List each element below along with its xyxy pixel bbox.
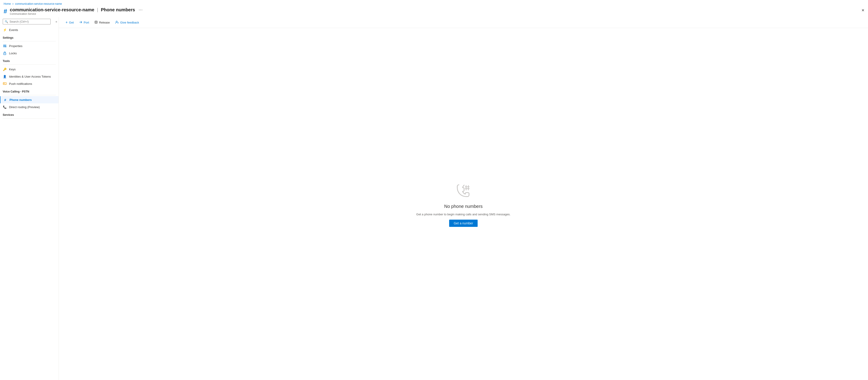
collapse-button[interactable]: « <box>54 20 59 24</box>
feedback-icon <box>115 21 119 24</box>
keys-icon: 🔑 <box>3 67 7 71</box>
empty-title: No phone numbers <box>444 204 483 209</box>
keys-label: Keys <box>9 68 16 71</box>
properties-label: Properties <box>9 44 22 48</box>
resource-icon: # <box>4 8 7 14</box>
direct-routing-label: Direct routing (Preview) <box>9 106 40 109</box>
sidebar-item-direct-routing[interactable]: 📞 Direct routing (Preview) <box>0 104 59 111</box>
sidebar-item-push[interactable]: Push notifications <box>0 80 59 87</box>
settings-divider <box>3 41 56 41</box>
more-options-icon[interactable]: ··· <box>138 7 143 12</box>
sidebar-item-keys[interactable]: 🔑 Keys <box>0 66 59 73</box>
svg-rect-0 <box>3 45 6 45</box>
breadcrumb-separator: > <box>12 2 13 5</box>
content-area: + Get Port Release <box>59 17 868 380</box>
search-icon: 🔍 <box>5 20 8 23</box>
release-icon <box>94 21 98 24</box>
toolbar: + Get Port Release <box>59 17 868 28</box>
get-label: Get <box>69 21 74 24</box>
services-section-header: Services <box>0 111 59 117</box>
port-icon <box>79 21 82 24</box>
svg-rect-2 <box>3 47 5 47</box>
search-input[interactable] <box>9 20 49 23</box>
header-divider: | <box>97 7 98 12</box>
identities-label: Identities & User Access Tokens <box>9 75 51 78</box>
sidebar: 🔍 « ⚡ Events Settings Properties <box>0 17 59 380</box>
port-button[interactable]: Port <box>77 20 91 26</box>
tools-divider <box>3 64 56 65</box>
locks-icon <box>3 51 7 55</box>
empty-icon <box>454 181 472 200</box>
page-title: Phone numbers <box>101 7 135 12</box>
sidebar-item-phone-numbers[interactable]: # Phone numbers <box>0 96 59 104</box>
page-header: # communication-service-resource-name | … <box>0 6 868 17</box>
get-number-button[interactable]: Get a number <box>449 220 477 227</box>
push-label: Push notifications <box>9 82 32 86</box>
sidebar-item-identities[interactable]: 👤 Identities & User Access Tokens <box>0 73 59 80</box>
svg-rect-7 <box>4 83 4 84</box>
get-icon: + <box>66 20 68 24</box>
sidebar-item-properties[interactable]: Properties <box>0 42 59 50</box>
settings-section-header: Settings <box>0 33 59 40</box>
events-label: Events <box>9 28 18 32</box>
release-label: Release <box>99 21 110 24</box>
main-layout: 🔍 « ⚡ Events Settings Properties <box>0 17 868 380</box>
breadcrumb: Home > communication-service-resource-na… <box>0 0 868 6</box>
events-icon: ⚡ <box>3 28 7 32</box>
voice-section-header: Voice Calling - PSTN <box>0 87 59 94</box>
empty-state: No phone numbers Get a phone number to b… <box>59 28 868 380</box>
push-icon <box>3 82 7 86</box>
feedback-button[interactable]: Give feedback <box>113 20 141 26</box>
breadcrumb-home[interactable]: Home <box>4 2 11 5</box>
svg-point-10 <box>116 21 117 22</box>
svg-point-3 <box>5 47 6 47</box>
phone-numbers-label: Phone numbers <box>9 98 32 101</box>
resource-name: communication-service-resource-name <box>10 7 94 12</box>
empty-description: Get a phone number to begin making calls… <box>416 213 510 216</box>
sidebar-item-events[interactable]: ⚡ Events <box>0 26 59 33</box>
direct-routing-icon: 📞 <box>3 105 7 109</box>
identities-icon: 👤 <box>3 75 7 79</box>
close-button[interactable]: ✕ <box>862 8 864 12</box>
svg-rect-1 <box>3 46 6 46</box>
breadcrumb-resource[interactable]: communication-service-resource-name <box>15 2 62 5</box>
svg-point-5 <box>4 54 5 54</box>
services-divider <box>3 118 56 119</box>
properties-icon <box>3 44 7 48</box>
port-label: Port <box>84 21 89 24</box>
locks-label: Locks <box>9 52 17 55</box>
release-button[interactable]: Release <box>92 20 112 26</box>
feedback-label: Give feedback <box>120 21 139 24</box>
service-type: Communication Service <box>10 12 143 15</box>
phone-numbers-icon: # <box>3 98 7 102</box>
sidebar-item-locks[interactable]: Locks <box>0 50 59 57</box>
get-button[interactable]: + Get <box>63 19 76 26</box>
svg-rect-6 <box>3 83 6 85</box>
svg-rect-8 <box>4 84 6 84</box>
tools-section-header: Tools <box>0 57 59 64</box>
search-box[interactable]: 🔍 <box>3 19 51 24</box>
